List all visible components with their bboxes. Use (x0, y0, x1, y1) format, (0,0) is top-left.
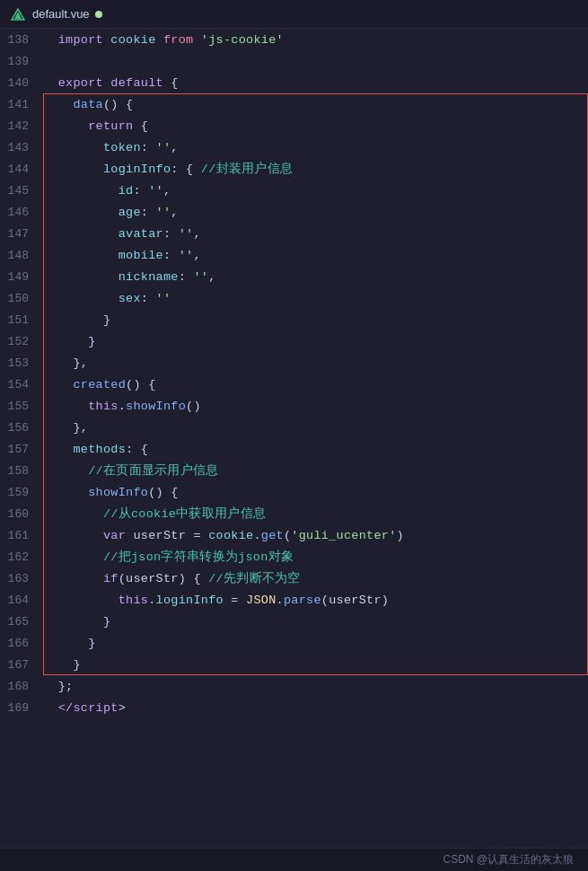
line-content: }, (43, 356, 88, 370)
title-filename: default.vue (32, 7, 90, 21)
line-content: nickname: '', (43, 270, 216, 284)
code-line: 140 export default { (0, 72, 588, 93)
line-number: 148 (0, 249, 43, 262)
code-line: 162 //把json字符串转换为json对象 (0, 546, 588, 567)
line-content: }; (43, 680, 74, 693)
line-number: 155 (0, 400, 43, 413)
line-content: return { (43, 119, 148, 133)
line-content: import cookie from 'js-cookie' (43, 33, 284, 47)
code-line: 163 if(userStr) { //先判断不为空 (0, 567, 588, 589)
code-line: 150 sex: '' (0, 287, 588, 309)
line-content: age: '', (43, 206, 179, 219)
code-line: 146 age: '', (0, 201, 588, 223)
line-content: created() { (43, 378, 156, 392)
line-number: 153 (0, 356, 43, 370)
line-content: } (43, 313, 110, 327)
line-number: 145 (0, 184, 43, 198)
line-content: id: '', (43, 184, 171, 198)
code-line: 164 this.loginInfo = JSON.parse(userStr) (0, 589, 588, 611)
code-line: 141 data() { (0, 93, 588, 115)
code-line: 147 avatar: '', (0, 223, 588, 244)
line-content: } (43, 637, 96, 650)
code-line: 160 //从cookie中获取用户信息 (0, 503, 588, 524)
code-line: 157 methods: { (0, 438, 588, 460)
code-line: 148 mobile: '', (0, 244, 588, 266)
code-line: 143 token: '', (0, 136, 588, 158)
code-lines: 138 import cookie from 'js-cookie'139140… (0, 29, 588, 718)
code-line: 159 showInfo() { (0, 481, 588, 503)
line-number: 168 (0, 680, 43, 693)
line-content: avatar: '', (43, 227, 201, 241)
code-line: 169 </script> (0, 697, 588, 718)
line-number: 160 (0, 507, 43, 521)
vue-logo-icon (11, 7, 25, 22)
code-line: 144 loginInfo: { //封装用户信息 (0, 158, 588, 180)
code-line: 154 created() { (0, 374, 588, 395)
line-content: this.showInfo() (43, 400, 201, 413)
line-number: 159 (0, 486, 43, 499)
code-line: 158 //在页面显示用户信息 (0, 460, 588, 481)
line-number: 146 (0, 206, 43, 219)
title-bar: default.vue (0, 0, 588, 29)
line-number: 149 (0, 270, 43, 284)
line-number: 142 (0, 119, 43, 133)
line-content: this.loginInfo = JSON.parse(userStr) (43, 594, 389, 607)
line-content: }, (43, 421, 88, 435)
code-line: 165 } (0, 611, 588, 632)
line-number: 150 (0, 292, 43, 305)
line-content: } (43, 658, 81, 672)
footer-text: CSDN @认真生活的灰太狼 (443, 852, 574, 867)
line-content: } (43, 335, 96, 348)
line-content: export default { (43, 76, 179, 90)
line-number: 167 (0, 658, 43, 672)
line-number: 144 (0, 163, 43, 176)
line-number: 141 (0, 98, 43, 111)
line-content: var userStr = cookie.get('guli_ucenter') (43, 529, 404, 542)
line-number: 163 (0, 572, 43, 585)
code-line: 155 this.showInfo() (0, 395, 588, 417)
code-container: 138 import cookie from 'js-cookie'139140… (0, 29, 588, 871)
code-line: 151 } (0, 309, 588, 330)
code-line: 167 } (0, 654, 588, 675)
line-number: 139 (0, 55, 43, 68)
code-line: 145 id: '', (0, 180, 588, 201)
line-number: 143 (0, 141, 43, 154)
line-content: //从cookie中获取用户信息 (43, 506, 266, 522)
code-line: 138 import cookie from 'js-cookie' (0, 29, 588, 50)
code-line: 161 var userStr = cookie.get('guli_ucent… (0, 524, 588, 546)
code-line: 142 return { (0, 115, 588, 136)
code-line: 156 }, (0, 417, 588, 438)
line-number: 164 (0, 594, 43, 607)
line-number: 156 (0, 421, 43, 435)
line-content: //在页面显示用户信息 (43, 462, 218, 479)
line-content: //把json字符串转换为json对象 (43, 549, 294, 565)
code-line: 166 } (0, 632, 588, 654)
line-number: 154 (0, 378, 43, 392)
line-number: 152 (0, 335, 43, 348)
code-line: 152 } (0, 330, 588, 352)
line-content: showInfo() { (43, 486, 179, 499)
line-content: } (43, 615, 110, 629)
line-content: if(userStr) { //先判断不为空 (43, 570, 301, 586)
line-number: 158 (0, 464, 43, 478)
code-line: 139 (0, 50, 588, 72)
footer-bar: CSDN @认真生活的灰太狼 (0, 848, 588, 871)
line-content: loginInfo: { //封装用户信息 (43, 161, 293, 177)
line-number: 140 (0, 76, 43, 90)
line-content: methods: { (43, 443, 148, 456)
line-number: 138 (0, 33, 43, 47)
line-number: 147 (0, 227, 43, 241)
line-number: 166 (0, 637, 43, 650)
line-number: 161 (0, 529, 43, 542)
line-number: 157 (0, 443, 43, 456)
line-content: </script> (43, 701, 126, 715)
code-line: 153 }, (0, 352, 588, 374)
title-dot (95, 11, 102, 18)
line-number: 165 (0, 615, 43, 629)
line-content: mobile: '', (43, 249, 201, 262)
line-content: sex: '' (43, 292, 171, 305)
code-line: 149 nickname: '', (0, 266, 588, 287)
line-number: 169 (0, 701, 43, 715)
line-content: data() { (43, 98, 134, 111)
line-content: token: '', (43, 141, 179, 154)
